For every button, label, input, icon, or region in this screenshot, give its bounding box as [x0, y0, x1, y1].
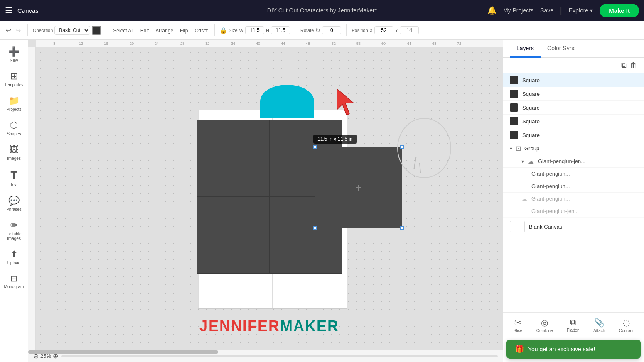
sub-layer-name: Giant-pengiun...: [531, 196, 627, 202]
select-all-button[interactable]: Select All: [111, 26, 135, 35]
sub-layer-item[interactable]: Giant-pengiun... ⋮: [503, 180, 644, 193]
layer-options-icon[interactable]: ⋮: [631, 104, 637, 112]
move-cursor-icon: +: [355, 181, 362, 194]
sub-layer-item[interactable]: Giant-pengiun-jen... ⋮: [503, 205, 644, 218]
sidebar-item-text[interactable]: T Text: [2, 166, 27, 191]
slice-tool[interactable]: ✂ Slice: [510, 316, 526, 335]
layer-item[interactable]: Square ⋮: [503, 73, 644, 87]
canvas-viewport[interactable]: + 11.5 in x 11.5 in JENNIFERMAKER: [36, 47, 503, 350]
combine-tool[interactable]: ◎ Combine: [533, 316, 556, 335]
sub-options-icon[interactable]: ⋮: [631, 157, 637, 165]
dark-rectangle-selected[interactable]: +: [315, 147, 402, 228]
ruler-tick: 52: [332, 42, 336, 46]
layer-color-swatch: [510, 103, 518, 112]
layer-item[interactable]: Square ⋮: [503, 87, 644, 101]
plus-icon: ➕: [8, 46, 20, 57]
group-options-icon[interactable]: ⋮: [631, 144, 637, 152]
blank-canvas-item[interactable]: Blank Canvas: [503, 218, 644, 236]
selection-handle-tl[interactable]: [313, 145, 317, 149]
make-it-button[interactable]: Make It: [600, 4, 639, 17]
group-header[interactable]: ▾ ⊡ Group ⋮: [503, 142, 644, 155]
sidebar-item-editable-images[interactable]: ✏ Editable Images: [2, 217, 27, 244]
toast-notification[interactable]: 🎁 You get an exclusive sale!: [506, 340, 641, 359]
layer-name: Square: [522, 77, 627, 83]
contour-tool[interactable]: ◌ Contour: [616, 316, 637, 335]
layer-name: Square: [522, 132, 627, 138]
offset-group: Offset: [193, 26, 209, 35]
size-label: Size: [229, 28, 237, 33]
flatten-tool[interactable]: ⧉ Flatten: [563, 316, 583, 335]
operation-label: Operation: [33, 28, 53, 33]
pos-x-input[interactable]: 52: [374, 26, 393, 34]
hamburger-button[interactable]: ☰: [5, 5, 12, 15]
tab-color-sync[interactable]: Color Sync: [541, 40, 582, 58]
sub-options-icon[interactable]: ⋮: [631, 195, 637, 203]
canvas-label: Canvas: [17, 7, 39, 14]
toolbar: ↩ ↪ Operation Basic Cut Select All Edit …: [0, 21, 644, 40]
selection-handle-bl[interactable]: [313, 226, 317, 230]
sidebar-item-shapes[interactable]: ⬡ Shapes: [2, 117, 27, 139]
layer-options-icon[interactable]: ⋮: [631, 131, 637, 139]
circle-shape[interactable]: [397, 118, 451, 178]
group-name: Group: [524, 145, 627, 152]
pos-x-label: X: [370, 28, 373, 33]
duplicate-layer-button[interactable]: ⧉: [621, 61, 627, 70]
zoom-scrollbar[interactable]: [61, 355, 498, 357]
undo-button[interactable]: ↩: [4, 25, 13, 35]
canvas-area[interactable]: 8 12 16 20 24 28 32 36 40 44 48 52 56 60…: [28, 40, 503, 362]
selection-handle-br[interactable]: [400, 226, 404, 230]
sidebar-item-upload[interactable]: ⬆ Upload: [2, 246, 27, 269]
layer-name: Square: [522, 105, 627, 111]
my-projects-link[interactable]: My Projects: [503, 7, 533, 14]
ruler-tick: 68: [432, 42, 436, 46]
ruler-tick: 56: [356, 42, 361, 46]
operation-select[interactable]: Basic Cut: [54, 26, 90, 35]
sub-layer-icon: ☁: [528, 158, 534, 165]
flip-button[interactable]: Flip: [178, 26, 189, 35]
sub-layer-item[interactable]: ▾ ☁ Giant-pengiun-jen... ⋮: [503, 155, 644, 168]
sidebar-item-images[interactable]: 🖼 Images: [2, 141, 27, 164]
sidebar-item-projects[interactable]: 📁 Projects: [2, 92, 27, 115]
save-button[interactable]: Save: [540, 7, 553, 14]
blank-canvas-label: Blank Canvas: [529, 224, 562, 230]
sub-layer-item[interactable]: Giant-pengiun... ⋮: [503, 168, 644, 180]
redo-button[interactable]: ↪: [14, 25, 22, 35]
pos-y-input[interactable]: 14: [400, 26, 419, 34]
sub-layer-name: Giant-pengiun-jen...: [538, 158, 627, 164]
attach-tool[interactable]: 📎 Attach: [590, 316, 608, 335]
explore-button[interactable]: Explore ▾: [569, 7, 593, 14]
arrange-button[interactable]: Arrange: [154, 26, 175, 35]
layer-item[interactable]: Square ⋮: [503, 101, 644, 115]
edit-button[interactable]: Edit: [139, 26, 151, 35]
height-label: H: [266, 28, 269, 33]
layer-options-icon[interactable]: ⋮: [631, 76, 637, 84]
toolbar-divider-3: [214, 24, 215, 36]
layer-options-icon[interactable]: ⋮: [631, 117, 637, 125]
sub-options-icon[interactable]: ⋮: [631, 182, 637, 190]
sub-layer-item[interactable]: ☁ Giant-pengiun... ⋮: [503, 193, 644, 205]
rotate-input[interactable]: 0: [322, 26, 341, 34]
sidebar-item-templates[interactable]: ⊞ Templates: [2, 68, 27, 90]
sub-layer-name: Giant-pengiun...: [531, 183, 627, 189]
tab-layers[interactable]: Layers: [510, 40, 541, 58]
ruler-top: 8 12 16 20 24 28 32 36 40 44 48 52 56 60…: [36, 40, 503, 47]
chevron-down-icon: ▾: [590, 7, 593, 14]
sidebar-item-new[interactable]: ➕ New: [2, 43, 27, 66]
sidebar-item-phrases[interactable]: 💬 Phrases: [2, 192, 27, 215]
sub-options-icon[interactable]: ⋮: [631, 170, 637, 178]
sub-options-icon[interactable]: ⋮: [631, 207, 637, 215]
sidebar-item-monogram[interactable]: ⊟ Monogram: [2, 270, 27, 292]
layer-item[interactable]: Square ⋮: [503, 128, 644, 142]
ruler-tick: 20: [130, 42, 134, 46]
delete-layer-button[interactable]: 🗑: [630, 61, 637, 70]
height-input[interactable]: 11.5: [271, 26, 290, 34]
layer-options-icon[interactable]: ⋮: [631, 90, 637, 98]
position-group: Position X 52 Y 14: [351, 26, 419, 34]
teal-shape[interactable]: [260, 85, 314, 118]
width-input[interactable]: 11.5: [245, 26, 264, 34]
notification-icon[interactable]: 🔔: [487, 6, 497, 15]
color-swatch[interactable]: [92, 26, 101, 35]
offset-button[interactable]: Offset: [193, 26, 209, 35]
layer-color-swatch: [510, 90, 518, 98]
layer-item[interactable]: Square ⋮: [503, 115, 644, 128]
